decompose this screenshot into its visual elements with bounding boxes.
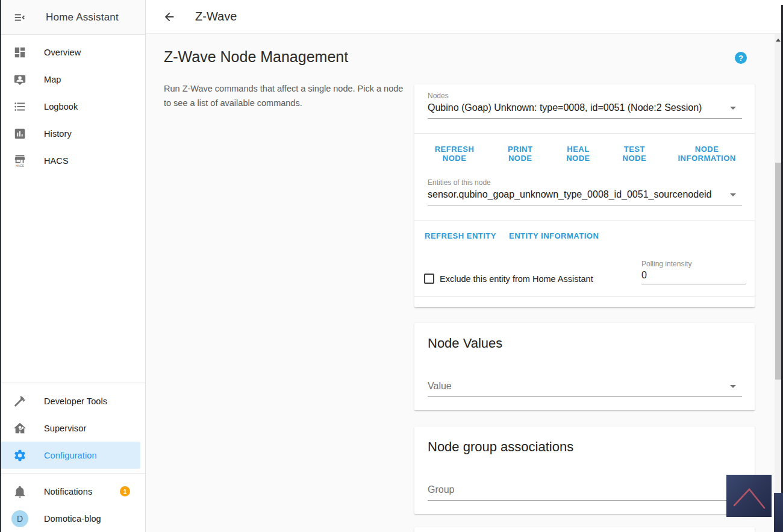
nodes-field: Nodes Qubino (Goap) Unknown: type=0008, … [428, 84, 742, 119]
chevron-down-icon [730, 385, 736, 388]
sidebar-item-label: Overview [44, 48, 81, 57]
polling-intensity-field: Polling intensity [641, 258, 746, 291]
sidebar-header: Home Assistant [0, 0, 145, 35]
corner-logo-fragment [774, 493, 783, 532]
bell-icon [13, 484, 27, 499]
node-actions-row: REFRESH NODE PRINT NODE HEAL NODE TEST N… [414, 134, 755, 172]
polling-intensity-input[interactable] [641, 268, 746, 284]
next-card-partial [414, 527, 755, 532]
sidebar-item-developer-tools[interactable]: Developer Tools [0, 387, 145, 415]
entities-field: Entities of this node sensor.qubino_goap… [428, 172, 742, 205]
notification-badge: 1 [120, 486, 130, 496]
polling-intensity-label: Polling intensity [641, 258, 746, 268]
sidebar-divider-top [0, 383, 145, 383]
sidebar-item-history[interactable]: History [0, 120, 145, 147]
sidebar-item-label: Configuration [44, 451, 97, 460]
group-placeholder: Group [428, 484, 454, 495]
avatar: D [11, 510, 28, 527]
scrollbar-up-arrow-icon[interactable] [776, 39, 781, 42]
exclude-polling-row: Exclude this entity from Home Assistant … [424, 258, 746, 291]
sidebar-item-label: Notifications [44, 487, 92, 496]
sidebar-item-supervisor[interactable]: Supervisor [0, 415, 145, 442]
hacs-store-icon: HACS [13, 154, 27, 168]
print-node-button[interactable]: PRINT NODE [497, 145, 543, 163]
value-placeholder: Value [428, 381, 452, 392]
chevron-down-icon [730, 193, 736, 196]
poll-box-icon [13, 127, 27, 141]
entities-label: Entities of this node [428, 178, 742, 187]
entities-selected-value: sensor.qubino_goap_unknown_type_0008_id_… [428, 189, 712, 200]
sidebar-item-overview[interactable]: Overview [0, 39, 145, 66]
node-management-card: Nodes Qubino (Goap) Unknown: type=0008, … [414, 84, 755, 307]
entity-actions-row: REFRESH ENTITY ENTITY INFORMATION [414, 221, 755, 250]
sidebar-item-label: HACS [44, 156, 69, 166]
scrollbar-thumb[interactable] [775, 163, 781, 380]
page-description: Run Z-Wave commands that affect a single… [164, 81, 406, 110]
value-select[interactable]: Value [428, 378, 742, 397]
exclude-entity-checkbox[interactable] [424, 274, 434, 284]
exclude-entity-option: Exclude this entity from Home Assistant [424, 266, 641, 291]
view-dashboard-icon [13, 45, 27, 60]
screen-left-edge [0, 0, 1, 532]
nodes-select[interactable]: Qubino (Goap) Unknown: type=0008, id=005… [428, 100, 742, 119]
help-circle-icon[interactable]: ? [735, 52, 747, 64]
sidebar-nav: Overview Map Logbook History [0, 35, 145, 174]
cog-icon [13, 448, 27, 463]
tooltip-account-icon [13, 72, 27, 87]
svg-text:HACS: HACS [16, 164, 25, 167]
sidebar-item-configuration[interactable]: Configuration [0, 442, 140, 469]
chevron-down-icon [730, 107, 736, 110]
refresh-node-button[interactable]: REFRESH NODE [425, 145, 484, 163]
nodes-selected-value: Qubino (Goap) Unknown: type=0008, id=005… [428, 102, 702, 113]
sidebar-toggle-icon[interactable] [12, 10, 28, 25]
app-bar: Z-Wave [146, 0, 783, 34]
group-select[interactable]: Group [428, 482, 742, 501]
home-assistant-icon [13, 421, 27, 436]
node-information-button[interactable]: NODE INFORMATION [669, 145, 745, 163]
exclude-entity-label: Exclude this entity from Home Assistant [440, 274, 593, 284]
nodes-label: Nodes [428, 92, 742, 100]
hammer-icon [13, 394, 27, 408]
sidebar-item-label: Map [44, 75, 61, 84]
home-assistant-app: Home Assistant Overview Map Logbook [0, 0, 783, 532]
entities-select[interactable]: sensor.qubino_goap_unknown_type_0008_id_… [428, 187, 742, 205]
appbar-title: Z-Wave [195, 10, 237, 23]
format-list-bulleted-icon [13, 99, 27, 114]
sidebar-item-notifications[interactable]: Notifications 1 [0, 478, 145, 505]
refresh-entity-button[interactable]: REFRESH ENTITY [425, 231, 496, 240]
group-field: Group [428, 482, 742, 501]
sidebar-item-label: Supervisor [44, 424, 86, 433]
node-values-title: Node Values [414, 323, 755, 351]
main-area: Z-Wave Z-Wave Node Management ? Run Z-Wa… [146, 0, 783, 532]
entity-information-button[interactable]: ENTITY INFORMATION [509, 231, 599, 240]
profile-name: Domotica-blog [44, 514, 101, 524]
sidebar-item-hacs[interactable]: HACS HACS [0, 147, 145, 174]
test-node-button[interactable]: TEST NODE [613, 145, 657, 163]
page-title: Z-Wave Node Management [164, 48, 348, 66]
sidebar-item-profile[interactable]: D Domotica-blog [0, 505, 145, 532]
node-group-associations-card: Node group associations Group [414, 427, 755, 514]
sidebar-item-label: History [44, 129, 72, 139]
sidebar-spacer [0, 174, 145, 378]
sidebar-divider-bottom [0, 473, 145, 474]
content-scroll-area: Z-Wave Node Management ? Run Z-Wave comm… [146, 34, 783, 532]
node-group-associations-title: Node group associations [414, 427, 755, 455]
value-field: Value [428, 378, 742, 397]
sidebar-item-label: Logbook [44, 102, 78, 111]
heal-node-button[interactable]: HEAL NODE [556, 145, 600, 163]
sidebar-item-logbook[interactable]: Logbook [0, 93, 145, 120]
save-row: SAVE [414, 297, 755, 307]
sidebar: Home Assistant Overview Map Logbook [0, 0, 146, 532]
node-values-card: Node Values Value [414, 323, 755, 410]
arrow-left-icon[interactable] [161, 9, 177, 25]
domotica-blog-logo [726, 475, 772, 517]
sidebar-item-map[interactable]: Map [0, 66, 145, 93]
sidebar-item-label: Developer Tools [44, 396, 107, 406]
sidebar-title: Home Assistant [46, 11, 119, 23]
